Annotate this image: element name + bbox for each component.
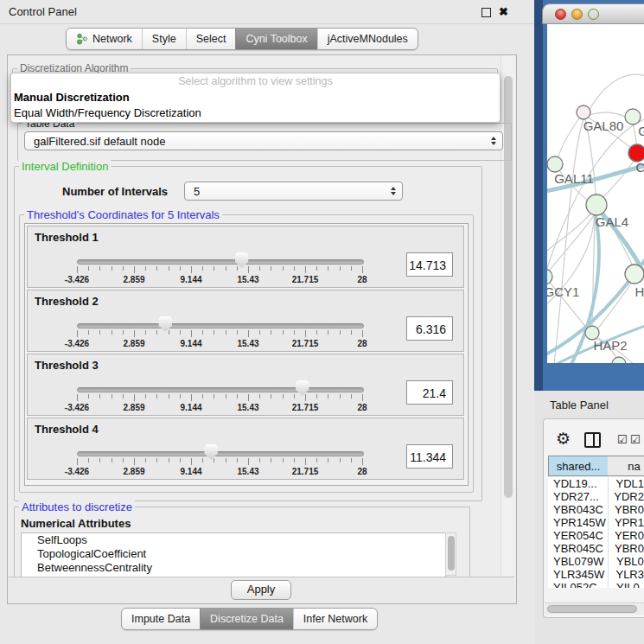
attributes-list-scrollbar-thumb[interactable]: [448, 536, 455, 571]
attributes-list-scrollbar[interactable]: [445, 532, 456, 576]
slider-tick: [226, 266, 226, 271]
number-of-intervals-combobox[interactable]: 5: [184, 182, 403, 201]
table-row[interactable]: YBR043CYBR0: [548, 503, 644, 516]
table-horizontal-scrollbar[interactable]: [545, 603, 644, 615]
threshold-slider-track[interactable]: [77, 451, 364, 456]
attribute-list-item[interactable]: SelfLoops: [22, 533, 445, 547]
cell-name: YLR3: [608, 568, 644, 581]
screen: Control Panel ✖ NetworkStyleSelectCyni T…: [0, 0, 644, 644]
table-row[interactable]: YDL19...YDL1: [548, 477, 644, 490]
slider-tick: [340, 266, 341, 271]
threshold-slider-thumb[interactable]: [296, 380, 309, 396]
threshold-slider-track[interactable]: [77, 259, 364, 265]
tab-style[interactable]: Style: [142, 29, 186, 49]
tab-select[interactable]: Select: [186, 29, 236, 49]
slider-tick: [294, 266, 295, 271]
slider-tick: [99, 330, 100, 335]
threshold-value-field[interactable]: 11.344: [406, 444, 453, 469]
zoom-traffic-light[interactable]: [588, 9, 599, 20]
cell-shared-name: YIL052C: [548, 581, 609, 588]
window-frame-edge: [534, 0, 543, 391]
threshold-slider-thumb[interactable]: [158, 316, 172, 332]
close-traffic-light[interactable]: [555, 9, 566, 20]
network-node-label: H: [635, 284, 644, 299]
table-data-combobox[interactable]: galFiltered.sif default node: [24, 131, 503, 150]
network-node-h[interactable]: [625, 265, 644, 284]
slider-tick: [328, 266, 328, 271]
network-node-gal4[interactable]: [586, 194, 607, 215]
attribute-list-item[interactable]: BetweennessCentrality: [22, 561, 445, 575]
slider-tick-label: 15.43: [237, 403, 258, 412]
threshold-value-field[interactable]: 14.713: [406, 252, 453, 277]
panel-title: Control Panel: [9, 5, 77, 18]
table-row[interactable]: YBL079WYBL0: [548, 555, 644, 568]
network-node-gal80[interactable]: [577, 105, 590, 119]
cell-name: YDR2: [606, 490, 644, 503]
slider-tick: [88, 330, 89, 335]
slider-tick: [134, 458, 135, 465]
minimize-traffic-light[interactable]: [571, 9, 583, 20]
slider-tick: [112, 458, 112, 462]
float-window-icon[interactable]: [481, 8, 491, 17]
table-horizontal-scrollbar-thumb[interactable]: [547, 605, 637, 613]
slider-tick: [191, 458, 192, 465]
slider-tick: [123, 266, 124, 271]
tab-impute-data[interactable]: Impute Data: [122, 609, 200, 629]
cell-name: YPR1: [607, 516, 644, 529]
algorithm-placeholder-item[interactable]: Select algorithm to view settings: [11, 73, 500, 90]
table-row[interactable]: YIL052CYIL0: [548, 581, 644, 588]
algorithm-option-equal-width[interactable]: Equal Width/Frequency Discretization: [11, 105, 500, 121]
slider-tick: [169, 330, 169, 335]
table-row[interactable]: YPR145WYPR1: [548, 516, 644, 529]
slider-tick: [259, 330, 260, 335]
number-of-intervals-label: Number of Intervals: [62, 185, 168, 198]
network-node-gal11[interactable]: [547, 156, 563, 172]
network-node-gcy1[interactable]: [547, 269, 552, 284]
table-row[interactable]: YBR045CYBR0: [548, 542, 644, 555]
slider-tick: [237, 458, 238, 462]
threshold-value-field[interactable]: 6.316: [406, 316, 453, 341]
slider-tick: [191, 266, 192, 273]
slider-tick: [305, 394, 306, 401]
slider-tick: [248, 394, 249, 401]
checkbox-icon[interactable]: ☑: [617, 434, 628, 445]
column-header-shared[interactable]: shared...: [548, 456, 609, 476]
slider-tick: [328, 330, 328, 335]
threshold-slider-track[interactable]: [77, 387, 364, 392]
network-window-titlebar[interactable]: [542, 3, 644, 24]
tab-infer-network[interactable]: Infer Network: [293, 609, 377, 629]
algorithm-option-manual[interactable]: Manual Discretization: [11, 90, 500, 105]
combo-stepper-icon: [491, 137, 496, 145]
numerical-attributes-list: SelfLoopsTopologicalCoefficientBetweenne…: [21, 532, 446, 577]
network-node-g[interactable]: [625, 109, 641, 124]
tab-network[interactable]: Network: [67, 29, 142, 49]
network-node[interactable]: [612, 357, 626, 363]
column-header-name[interactable]: na: [608, 456, 644, 476]
tab-label: Cyni Toolbox: [245, 33, 307, 45]
tab-jactivemnodules[interactable]: jActiveMNodules: [317, 29, 418, 49]
threshold-slider-track[interactable]: [77, 323, 364, 328]
network-nodes[interactable]: GAL80GCGAL11GAL4GCY1HHAP2: [547, 105, 644, 363]
slider-tick: [328, 394, 328, 399]
network-node-label: GAL11: [554, 171, 594, 186]
table-row[interactable]: YER054CYER0: [548, 529, 644, 542]
tab-discretize-data[interactable]: Discretize Data: [200, 609, 293, 629]
cell-name: YER0: [607, 529, 644, 542]
threshold-value-field[interactable]: 21.4: [406, 380, 453, 405]
table-row[interactable]: YDR27...YDR2: [548, 490, 644, 503]
split-columns-icon[interactable]: [584, 432, 601, 448]
table-row[interactable]: YLR345WYLR3: [548, 568, 644, 581]
tab-cyni-toolbox[interactable]: Cyni Toolbox: [235, 29, 316, 49]
slider-tick-label: 2.859: [123, 403, 144, 412]
close-icon[interactable]: ✖: [499, 6, 508, 17]
slider-tick: [271, 394, 271, 399]
gear-icon[interactable]: ⚙: [556, 430, 571, 448]
network-node-c[interactable]: [628, 144, 644, 162]
slider-tick-label: 9.144: [180, 403, 201, 412]
threshold-slider-thumb[interactable]: [204, 444, 218, 460]
slider-tick: [134, 330, 135, 337]
apply-button[interactable]: Apply: [231, 580, 291, 600]
slider-tick: [283, 458, 284, 462]
attribute-list-item[interactable]: TopologicalCoefficient: [22, 547, 445, 561]
checkbox-icon[interactable]: ☑: [630, 434, 641, 445]
